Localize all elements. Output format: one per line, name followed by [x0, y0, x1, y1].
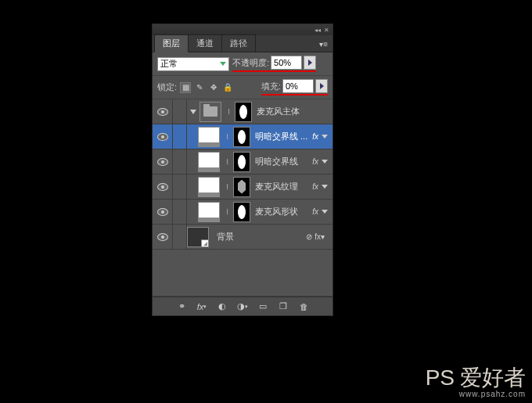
layer-item[interactable]: ⁞ 麦克风纹理 fx: [153, 175, 332, 200]
fx-expand-icon[interactable]: [322, 160, 328, 164]
page-curl-icon: [201, 239, 209, 247]
chevron-down-icon: [220, 62, 226, 66]
panel-tabs: 图层 通道 路径 ▾≡: [153, 35, 332, 52]
layer-mask[interactable]: [233, 152, 250, 172]
layer-name[interactable]: 麦克风主体: [257, 106, 329, 117]
panel-footer: ⚭ fx▾ ◐ ◑▾ ▭ ❐ 🗑: [153, 297, 332, 315]
tab-paths[interactable]: 路径: [221, 34, 256, 52]
lock-column: [173, 200, 187, 224]
eye-icon: [157, 183, 168, 191]
group-thumbnail: [200, 102, 221, 122]
panel-menu-icon[interactable]: ▾≡: [315, 37, 332, 52]
lock-column: [173, 149, 187, 174]
layer-name[interactable]: 明暗交界线 ...: [255, 131, 309, 142]
layer-thumbnail[interactable]: [187, 227, 209, 247]
eye-icon: [157, 233, 168, 241]
tab-channels[interactable]: 通道: [188, 34, 222, 52]
visibility-toggle[interactable]: [153, 124, 173, 149]
add-mask-icon[interactable]: ◐: [216, 300, 228, 313]
lock-label: 锁定:: [157, 81, 177, 93]
adjustment-icon[interactable]: ◑▾: [236, 300, 249, 313]
fx-badge: fx: [312, 157, 318, 166]
link-icon: ⁞: [223, 207, 231, 216]
disclosure-icon[interactable]: [190, 110, 196, 114]
link-icon: ⁞: [225, 107, 232, 116]
opacity-stepper[interactable]: [304, 56, 316, 70]
lock-brush-icon[interactable]: ✎: [194, 82, 205, 93]
layer-mask[interactable]: [233, 177, 250, 197]
fx-badge: fx: [312, 132, 318, 141]
layer-group[interactable]: ⁞ 麦克风主体: [153, 99, 332, 124]
fx-badge: fx: [312, 207, 318, 216]
layer-mask[interactable]: [233, 202, 250, 222]
eye-icon: [157, 108, 168, 116]
folder-icon: [203, 106, 217, 117]
layer-name[interactable]: 背景: [217, 231, 306, 243]
layer-name[interactable]: 麦克风纹理: [255, 181, 309, 193]
watermark-cn: 爱好者: [460, 365, 526, 390]
layer-thumbnail[interactable]: [198, 177, 220, 197]
eye-icon: [157, 158, 168, 166]
lock-column: [173, 124, 187, 149]
lock-transparent-icon[interactable]: ▦: [180, 82, 191, 93]
lock-fill-row: 锁定: ▦ ✎ ✥ 🔒 填充: 0%: [153, 76, 332, 99]
lock-icon: ⊘ fx▾: [306, 232, 325, 241]
visibility-toggle[interactable]: [153, 149, 173, 174]
fx-expand-icon[interactable]: [322, 185, 328, 189]
collapse-icon[interactable]: ◂◂: [315, 27, 321, 34]
visibility-toggle[interactable]: [153, 99, 173, 124]
eye-icon: [157, 208, 168, 216]
empty-area: [153, 250, 332, 297]
layers-panel: ◂◂ ✕ 图层 通道 路径 ▾≡ 正常 不透明度: 50% 锁定: ▦ ✎ ✥ …: [152, 23, 333, 316]
visibility-toggle[interactable]: [153, 175, 173, 199]
watermark: PS 爱好者 www.psahz.com: [426, 363, 526, 398]
lock-column: [173, 175, 187, 199]
tab-layers[interactable]: 图层: [154, 34, 189, 52]
layer-thumbnail[interactable]: [198, 152, 220, 172]
delete-layer-icon[interactable]: 🗑: [297, 300, 310, 313]
blend-mode-value: 正常: [160, 58, 178, 70]
link-icon: ⁞: [223, 132, 231, 141]
lock-column: [173, 99, 187, 124]
annotation-underline: [261, 94, 328, 95]
layer-item[interactable]: ⁞ 明暗交界线 ... fx: [153, 124, 332, 149]
new-layer-icon[interactable]: ❐: [277, 300, 289, 313]
annotation-underline: [232, 70, 316, 72]
fx-expand-icon[interactable]: [322, 210, 328, 214]
lock-move-icon[interactable]: ✥: [208, 82, 219, 93]
layer-name[interactable]: 麦克风形状: [255, 206, 309, 218]
opacity-input[interactable]: 50%: [271, 56, 302, 70]
layer-mask[interactable]: [235, 102, 252, 122]
fill-stepper[interactable]: [315, 79, 328, 93]
fill-input[interactable]: 0%: [282, 79, 314, 93]
blend-mode-select[interactable]: 正常: [157, 57, 229, 71]
blend-opacity-row: 正常 不透明度: 50%: [153, 52, 332, 76]
layer-item[interactable]: ⁞ 明暗交界线 fx: [153, 149, 332, 175]
visibility-toggle[interactable]: [153, 200, 173, 224]
layer-name[interactable]: 明暗交界线: [255, 156, 309, 167]
layer-item[interactable]: ⁞ 麦克风形状 fx: [153, 200, 332, 225]
layer-list: ⁞ 麦克风主体 ⁞ 明暗交界线 ... fx ⁞ 明暗交界线 fx: [153, 99, 332, 297]
layer-background[interactable]: 背景 ⊘ fx▾: [153, 225, 332, 250]
fill-label: 填充:: [261, 81, 281, 92]
fx-expand-icon[interactable]: [322, 135, 328, 139]
new-group-icon[interactable]: ▭: [257, 300, 269, 313]
layer-mask[interactable]: [233, 127, 250, 147]
fx-menu-icon[interactable]: fx▾: [196, 300, 208, 313]
visibility-toggle[interactable]: [153, 225, 173, 249]
close-icon[interactable]: ✕: [324, 27, 329, 34]
lock-all-icon[interactable]: 🔒: [222, 82, 233, 93]
lock-column: [173, 225, 187, 249]
panel-chrome: ◂◂ ✕: [153, 24, 332, 35]
fx-badge: fx: [312, 182, 318, 191]
watermark-ps: PS: [426, 365, 455, 390]
link-layers-icon[interactable]: ⚭: [175, 300, 188, 313]
layer-thumbnail[interactable]: [198, 202, 220, 222]
link-icon: ⁞: [223, 182, 231, 191]
eye-icon: [157, 133, 168, 141]
layer-thumbnail[interactable]: [198, 127, 220, 147]
opacity-label: 不透明度:: [232, 57, 269, 69]
link-icon: ⁞: [223, 157, 231, 166]
